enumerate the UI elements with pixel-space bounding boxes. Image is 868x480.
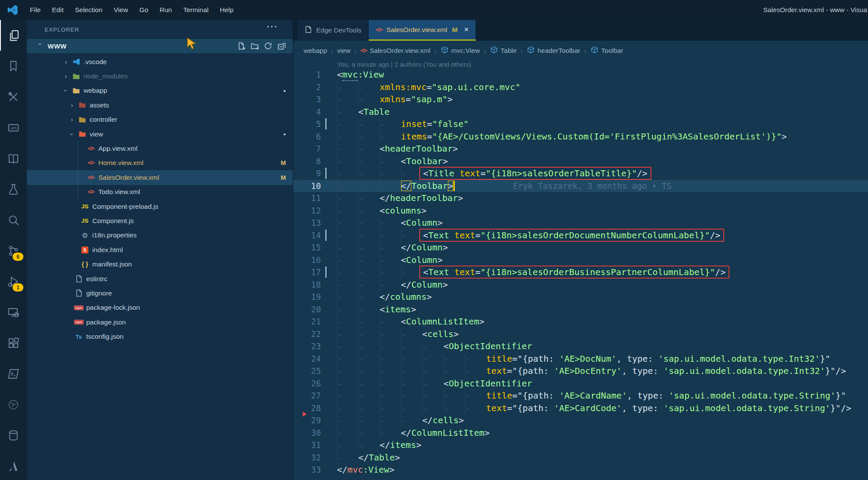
- menu-item-edit[interactable]: Edit: [46, 6, 69, 14]
- collapse-all-icon[interactable]: [277, 42, 287, 51]
- activity-database-icon[interactable]: [0, 420, 27, 451]
- tree-item-view[interactable]: ›view●: [27, 127, 293, 141]
- activity-tools-icon[interactable]: [0, 81, 27, 112]
- tree-item-gitignore[interactable]: gitignore: [27, 286, 293, 300]
- tab-edge-devtools[interactable]: Edge DevTools: [298, 20, 369, 41]
- code-line[interactable]: 21→→→<ColumnListItem>: [293, 315, 868, 328]
- code-line[interactable]: 23→→→→→<ObjectIdentifier: [293, 340, 868, 353]
- activity-test-icon[interactable]: [0, 174, 27, 204]
- code-line[interactable]: 10→→→</Toolbar>Eryk Taszarek, 3 months a…: [293, 180, 868, 192]
- tree-item-controller[interactable]: ›controller: [27, 113, 293, 127]
- workspace-section-www[interactable]: › WWW: [27, 39, 293, 53]
- code-line[interactable]: 28→→→→→→→text="{path: 'AE>CardCode', typ…: [293, 402, 868, 415]
- code-line[interactable]: 32→</Table>: [293, 451, 868, 464]
- tree-item-component-preload-js[interactable]: JSComponent-preload.js: [27, 199, 293, 214]
- code-text: →→→<ColumnListItem>: [337, 315, 484, 328]
- tab-whitespace-icon: →: [379, 414, 401, 428]
- refresh-icon[interactable]: [264, 42, 273, 51]
- menu-item-go[interactable]: Go: [134, 6, 154, 14]
- more-actions-icon[interactable]: ···: [267, 22, 278, 32]
- menu-item-file[interactable]: File: [24, 6, 46, 14]
- line-number: 2: [293, 81, 321, 94]
- menu-item-terminal[interactable]: Terminal: [178, 6, 214, 14]
- breadcrumb-item-headertoolbar[interactable]: headerToolbar: [527, 46, 580, 56]
- code-line[interactable]: 3→→xmlns="sap.m">: [293, 93, 868, 106]
- activity-search-icon[interactable]: [0, 204, 27, 235]
- breadcrumb-item-toolbar[interactable]: Toolbar: [590, 46, 623, 56]
- menu-item-view[interactable]: View: [108, 6, 133, 14]
- code-line[interactable]: 26→→→→→<ObjectIdentifier: [293, 377, 868, 390]
- tree-item-index-html[interactable]: 5index.html: [27, 243, 293, 257]
- tree-item-package-json[interactable]: npmpackage.json: [27, 315, 293, 329]
- tree-item-assets[interactable]: ›assets: [27, 98, 293, 112]
- code-line[interactable]: 9→→→→<Title text="{i18n>salesOrderTableT…: [293, 167, 868, 180]
- tree-item-home-view-xml[interactable]: </>Home.view.xmlM: [27, 156, 293, 170]
- breadcrumb-item-salesorder-view-xml[interactable]: </>SalesOrder.view.xml: [360, 47, 431, 55]
- file-type-icon-xml: </>: [87, 159, 95, 167]
- code-line[interactable]: 27→→→→→→→title="{path: 'AE>CardName', ty…: [293, 389, 868, 402]
- code-line[interactable]: 17→→→→<Text text="{i18n>salesOrderBusine…: [293, 266, 868, 279]
- code-line[interactable]: 14→→→→<Text text="{i18n>salesOrderDocume…: [293, 229, 868, 242]
- breadcrumb-item-mvc-view[interactable]: mvc:View: [440, 46, 480, 56]
- tree-item-i18n-properties[interactable]: ⚙i18n.properties: [27, 228, 293, 243]
- code-line[interactable]: 30→→→</ColumnListItem>: [293, 427, 868, 439]
- breadcrumb-item-view[interactable]: view: [337, 47, 350, 55]
- activity-remote-explorer-icon[interactable]: [0, 297, 27, 328]
- code-line[interactable]: 2→→xmlns:mvc="sap.ui.core.mvc": [293, 81, 868, 94]
- tree-item-eslintrc[interactable]: eslintrc: [27, 272, 293, 286]
- tab-salesorder-view-xml[interactable]: </>SalesOrder.view.xmlM×: [369, 20, 476, 41]
- breadcrumb-item-webapp[interactable]: webapp: [304, 47, 327, 55]
- menu-item-selection[interactable]: Selection: [69, 6, 108, 14]
- tree-item-manifest-json[interactable]: { }manifest.json: [27, 257, 293, 271]
- new-file-icon[interactable]: [237, 42, 246, 51]
- tab-bar: Edge DevTools</>SalesOrder.view.xmlM×: [293, 20, 868, 41]
- activity-terminal-icon[interactable]: [0, 358, 27, 389]
- code-line[interactable]: 19→→</columns>: [293, 291, 868, 303]
- tree-item-node-modules[interactable]: ›node_modules: [27, 69, 293, 83]
- activity-source-control-icon[interactable]: 6: [0, 235, 27, 266]
- activity-book-icon[interactable]: [0, 143, 27, 174]
- code-line[interactable]: 24→→→→→→→title="{path: 'AE>DocNum', type…: [293, 353, 868, 365]
- code-line[interactable]: 25→→→→→→→text="{path: 'AE>DocEntry', typ…: [293, 365, 868, 377]
- breadcrumb-item-table[interactable]: Table: [490, 46, 517, 56]
- code-line[interactable]: 8→→→<Toolbar>: [293, 155, 868, 168]
- code-line[interactable]: 13→→→<Column>: [293, 217, 868, 229]
- code-line[interactable]: 11→→</headerToolbar>: [293, 192, 868, 204]
- code-line[interactable]: 15→→→</Column>: [293, 241, 868, 254]
- codelens-annotation[interactable]: You, a minute ago | 2 authors (You and o…: [337, 61, 471, 68]
- activity-azure-icon[interactable]: [0, 451, 27, 480]
- code-line[interactable]: 20→→<items>: [293, 303, 868, 316]
- tab-whitespace-icon: →: [337, 204, 358, 218]
- code-line[interactable]: 31→→</items>: [293, 439, 868, 451]
- code-line[interactable]: 12→→<columns>: [293, 204, 868, 217]
- activity-explorer-icon[interactable]: [0, 20, 28, 51]
- code-line[interactable]: 4→<Table: [293, 106, 868, 118]
- code-line[interactable]: 22→→→→<cells>: [293, 328, 868, 341]
- code-line[interactable]: 16→→→<Column>: [293, 254, 868, 266]
- tree-item-todo-view-xml[interactable]: </>Todo.view.xml: [27, 185, 293, 199]
- activity-api-icon[interactable]: API: [0, 112, 27, 143]
- tree-item-package-lock-json[interactable]: npmpackage-lock.json: [27, 301, 293, 315]
- activity-run-debug-icon[interactable]: 1: [0, 266, 27, 297]
- tree-item-component-js[interactable]: JSComponent.js: [27, 214, 293, 228]
- tree-item--vscode[interactable]: ›.vscode: [27, 55, 293, 69]
- close-icon[interactable]: ×: [464, 25, 469, 34]
- code-line[interactable]: 6→→→items="{AE>/CustomViews/Views.Custom…: [293, 130, 868, 143]
- menu-item-help[interactable]: Help: [214, 6, 240, 14]
- code-line[interactable]: 7→→<headerToolbar>: [293, 143, 868, 155]
- activity-bookmark-icon[interactable]: [0, 51, 27, 81]
- code-line[interactable]: 1<mvc:View: [293, 68, 868, 81]
- tree-item-salesorder-view-xml[interactable]: </>SalesOrder.view.xmlM: [27, 170, 293, 185]
- activity-extensions-icon[interactable]: [0, 328, 27, 358]
- code-line[interactable]: 29→→→→</cells>: [293, 414, 868, 427]
- tree-item-tsconfig-json[interactable]: Tstsconfig.json: [27, 329, 293, 344]
- menu-item-run[interactable]: Run: [154, 6, 177, 14]
- code-line[interactable]: 33</mvc:View>: [293, 464, 868, 476]
- tree-item-app-view-xml[interactable]: </>App.view.xml: [27, 141, 293, 156]
- activity-globe-icon[interactable]: [0, 389, 27, 420]
- code-line[interactable]: 18→→→</Column>: [293, 279, 868, 291]
- code-line[interactable]: 5→→→inset="false": [293, 118, 868, 130]
- new-folder-icon[interactable]: [250, 42, 260, 51]
- tab-whitespace-icon: →: [358, 155, 379, 169]
- tree-item-webapp[interactable]: ›webapp●: [27, 84, 293, 98]
